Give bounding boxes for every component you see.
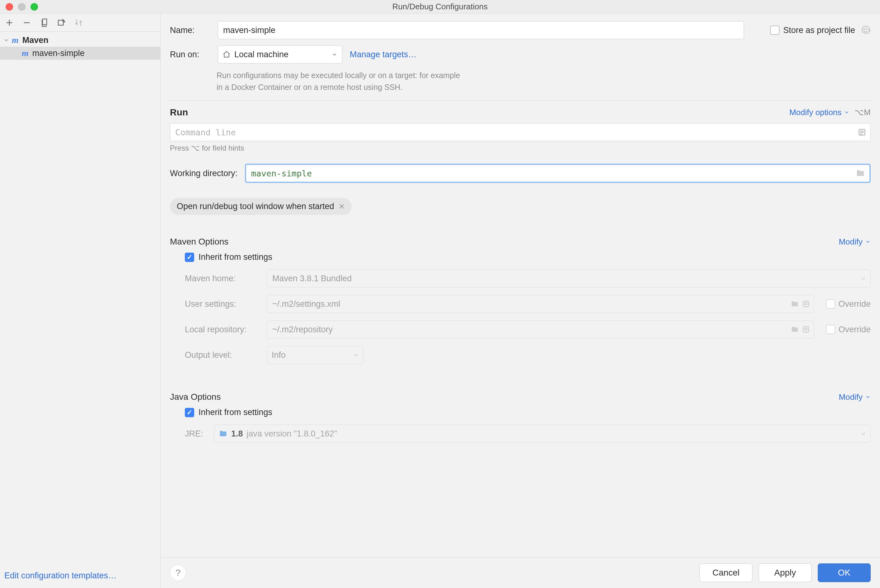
local-repo-override-checkbox [826, 325, 835, 334]
chevron-down-icon [353, 352, 359, 358]
local-repo-field: ~/.m2/repository [267, 321, 814, 339]
modify-options-link[interactable]: Modify options [790, 108, 850, 117]
copy-config-icon[interactable] [39, 18, 49, 28]
manage-targets-link[interactable]: Manage targets… [350, 50, 417, 59]
chevron-down-icon [3, 37, 9, 43]
java-inherit-checkbox[interactable] [185, 408, 194, 417]
titlebar: Run/Debug Configurations [0, 0, 880, 14]
maven-inherit-label: Inherit from settings [198, 252, 272, 262]
maven-icon: m [12, 35, 19, 45]
java-modify-link[interactable]: Modify [839, 392, 871, 402]
name-label: Name: [170, 26, 210, 35]
user-settings-override-checkbox [826, 299, 835, 309]
command-line-input[interactable] [170, 123, 871, 141]
tree-group-maven[interactable]: m Maven [0, 34, 160, 46]
browse-folder-icon [791, 300, 799, 308]
gear-icon[interactable] [861, 25, 871, 35]
expand-field-icon [802, 300, 810, 308]
jdk-folder-icon [219, 429, 227, 438]
maven-icon: m [22, 48, 29, 58]
working-dir-input[interactable]: maven-simple [245, 164, 871, 183]
home-icon [222, 50, 231, 58]
run-on-value: Local machine [234, 50, 288, 59]
sort-config-icon[interactable] [74, 18, 84, 28]
help-button[interactable]: ? [170, 565, 186, 581]
modify-options-shortcut: ⌥M [854, 108, 871, 117]
output-level-label: Output level: [185, 350, 260, 360]
maven-home-field: Maven 3.8.1 Bundled [267, 269, 871, 288]
option-chip-tool-window[interactable]: Open run/debug tool window when started … [170, 198, 351, 215]
maven-inherit-checkbox[interactable] [185, 253, 194, 262]
java-inherit-label: Inherit from settings [198, 408, 272, 417]
run-section-title: Run [170, 107, 188, 118]
override-label: Override [838, 325, 871, 334]
ok-button[interactable]: OK [818, 563, 871, 582]
field-hints-note: Press ⌥ for field hints [170, 144, 871, 153]
browse-folder-icon[interactable] [856, 169, 865, 178]
tree-group-label: Maven [23, 36, 48, 45]
store-as-project-checkbox[interactable] [770, 26, 779, 35]
tree-item-label: maven-simple [32, 48, 85, 58]
apply-button[interactable]: Apply [758, 563, 811, 582]
chip-label: Open run/debug tool window when started [177, 202, 334, 211]
maven-home-label: Maven home: [185, 274, 260, 284]
edit-templates-link[interactable]: Edit configuration templates… [0, 567, 160, 588]
maven-modify-link[interactable]: Modify [839, 237, 871, 247]
override-label: Override [838, 299, 871, 309]
run-on-hint: Run configurations may be executed local… [216, 70, 871, 93]
jre-description: java version "1.8.0_162" [247, 429, 337, 439]
browse-folder-icon [791, 326, 799, 333]
local-repo-label: Local repository: [185, 325, 260, 334]
jre-version: 1.8 [231, 429, 243, 439]
name-input[interactable] [218, 21, 744, 39]
working-dir-label: Working directory: [170, 169, 237, 178]
maven-options-title: Maven Options [170, 237, 228, 247]
config-tree: m Maven m maven-simple [0, 32, 160, 567]
store-as-project-label: Store as project file [783, 26, 855, 35]
tree-item-maven-simple[interactable]: m maven-simple [0, 46, 160, 60]
user-settings-label: User settings: [185, 299, 260, 309]
run-on-label: Run on: [170, 50, 210, 59]
expand-field-icon[interactable] [857, 128, 866, 136]
jre-dropdown: 1.8 java version "1.8.0_162" [214, 424, 871, 443]
chevron-down-icon [860, 430, 866, 437]
expand-field-icon [802, 326, 810, 333]
command-line-row [170, 123, 871, 141]
jre-label: JRE: [185, 429, 207, 439]
remove-config-icon[interactable] [22, 18, 32, 28]
save-config-icon[interactable] [57, 18, 67, 28]
java-options-title: Java Options [170, 392, 221, 402]
window-title: Run/Debug Configurations [0, 2, 880, 12]
add-config-icon[interactable] [5, 18, 14, 28]
chevron-down-icon [331, 51, 338, 57]
run-on-dropdown[interactable]: Local machine [218, 45, 342, 63]
user-settings-field: ~/.m2/settings.xml [267, 295, 814, 313]
working-dir-value: maven-simple [251, 169, 312, 178]
chip-remove-icon[interactable]: ✕ [339, 202, 345, 211]
output-level-dropdown: Info [267, 346, 363, 364]
sidebar-toolbar [0, 14, 160, 32]
cancel-button[interactable]: Cancel [700, 563, 752, 582]
